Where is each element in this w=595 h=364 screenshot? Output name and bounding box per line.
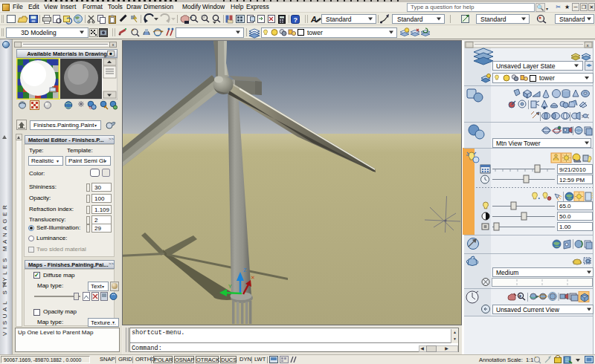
svg-text:12:59 PM: 12:59 PM <box>559 177 585 183</box>
svg-text:9/21/2010: 9/21/2010 <box>559 166 586 173</box>
svg-text:x: x <box>587 43 589 48</box>
svg-text:tower: tower <box>539 74 555 82</box>
svg-text:Standard: Standard <box>397 16 423 23</box>
svg-text:Mtn View Tower: Mtn View Tower <box>496 140 541 147</box>
svg-text:Unsaved Current View: Unsaved Current View <box>496 306 560 313</box>
svg-text:1.00: 1.00 <box>559 224 571 230</box>
svg-text:tower: tower <box>307 29 323 36</box>
svg-text:Y: Y <box>228 284 232 289</box>
svg-text:✕: ✕ <box>251 275 255 280</box>
svg-text:Standard: Standard <box>480 16 506 23</box>
svg-text:3D Modeling: 3D Modeling <box>21 29 57 36</box>
svg-text:+: + <box>519 293 522 298</box>
svg-text:?: ? <box>294 16 298 24</box>
svg-text:↻: ↻ <box>89 105 92 110</box>
svg-text:Standard: Standard <box>326 16 352 23</box>
svg-text:Unsaved Layer State: Unsaved Layer State <box>496 62 556 70</box>
svg-text:+: + <box>190 15 193 19</box>
svg-text:Z: Z <box>243 267 247 273</box>
svg-text:A: A <box>310 15 317 24</box>
svg-text:50.0: 50.0 <box>559 213 571 220</box>
svg-text:65.0: 65.0 <box>559 203 571 209</box>
svg-text:+: + <box>132 27 135 32</box>
svg-text:Standard: Standard <box>559 16 585 23</box>
svg-text:Medium: Medium <box>496 269 518 276</box>
